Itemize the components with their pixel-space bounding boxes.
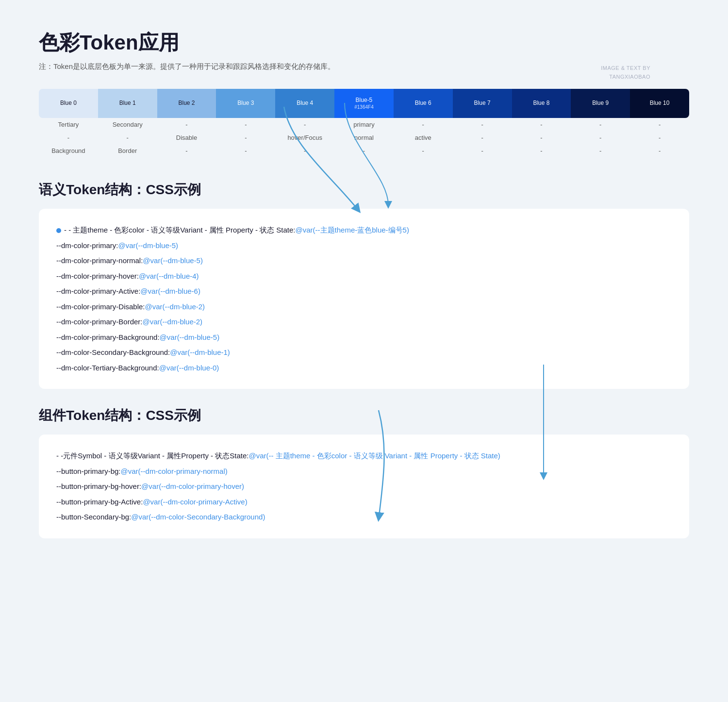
token-line: --dm-color-primary-normal:@var(--dm-blue… [56,253,672,268]
table-cell: hover/Focus [275,131,334,144]
token-line: --button-Secondary-bg:@var(--dm-color-Se… [56,509,672,525]
token-line: --dm-color-Secondary-Background:@var(--d… [56,345,672,360]
table-cell: Tertiary [39,118,98,131]
table-cell: - [630,118,689,131]
table-cell: - [394,118,453,131]
table-cell: - [275,118,334,131]
table-cell: Border [98,144,157,157]
table-cell: - [512,131,571,144]
table-cell: - [453,118,512,131]
component-token-section: 组件Token结构：CSS示例 - -元件Symbol - 语义等级Varian… [39,406,689,538]
blue-dot [56,228,61,233]
semantic-token-block: - - 主题theme - 色彩color - 语义等级Variant - 属性… [39,209,689,389]
color-swatch-blue1: Blue 1 [98,89,157,118]
token-line: --button-primary-bg-hover:@var(--dm-colo… [56,479,672,494]
table-cell: Background [39,144,98,157]
semantic-token-section: 语义Token结构：CSS示例 - - 主题theme - 色彩color - … [39,181,689,389]
color-swatch-blue8: Blue 8 [512,89,571,118]
table-cell: - [512,118,571,131]
component-section-title: 组件Token结构：CSS示例 [39,406,689,425]
page-subtitle: 注：Token是以底层色板为单一来源。提供了一种用于记录和跟踪风格选择和变化的存… [39,62,689,71]
semantic-section-title: 语义Token结构：CSS示例 [39,181,689,199]
token-line: --dm-color-primary-Disable:@var(--dm-blu… [56,299,672,315]
token-line: --button-primary-bg-Active:@var(--dm-col… [56,494,672,510]
token-table: TertiarySecondary---primary-------Disabl… [39,118,689,157]
table-row: TertiarySecondary---primary----- [39,118,689,131]
color-palette-section: Blue 0Blue 1Blue 2Blue 3Blue 4Blue-5#136… [39,89,689,157]
table-row: --Disable-hover/Focusnormalactive---- [39,131,689,144]
color-swatches: Blue 0Blue 1Blue 2Blue 3Blue 4Blue-5#136… [39,89,689,118]
color-swatch-blue10: Blue 10 [630,89,689,118]
table-cell: - [453,131,512,144]
table-cell: Disable [157,131,216,144]
color-swatch-blue3: Blue 3 [216,89,275,118]
token-line: --dm-color-primary-Active:@var(--dm-blue… [56,284,672,299]
table-cell: - [571,131,630,144]
table-cell: - [571,118,630,131]
color-swatch-blue7: Blue 7 [453,89,512,118]
table-cell: - [157,144,216,157]
table-cell: - [334,144,394,157]
table-cell: - [453,144,512,157]
table-cell: active [394,131,453,144]
color-swatch-blue9: Blue 9 [571,89,630,118]
table-row: BackgroundBorder--------- [39,144,689,157]
table-cell: - [275,144,334,157]
table-cell: - [394,144,453,157]
table-cell: - [98,131,157,144]
table-cell: Secondary [98,118,157,131]
table-cell: - [216,131,275,144]
table-cell: - [630,131,689,144]
table-cell: - [39,131,98,144]
table-cell: - [157,118,216,131]
token-line: --button-primary-bg:@var(--dm-color-prim… [56,464,672,479]
color-swatch-blue6: Blue 6 [394,89,453,118]
table-cell: - [571,144,630,157]
token-line: --dm-color-primary-hover:@var(--dm-blue-… [56,268,672,284]
token-line: --dm-color-primary-Background:@var(--dm-… [56,330,672,345]
table-cell: primary [334,118,394,131]
table-cell: - [216,144,275,157]
table-cell: - [630,144,689,157]
semantic-description: - - 主题theme - 色彩color - 语义等级Variant - 属性… [56,222,672,238]
token-line: --dm-color-primary-Border:@var(--dm-blue… [56,314,672,330]
color-swatch-blue5: Blue-5#1364F4 [334,89,394,118]
color-swatch-blue0: Blue 0 [39,89,98,118]
color-swatch-blue2: Blue 2 [157,89,216,118]
color-swatch-blue4: Blue 4 [275,89,334,118]
component-description: - -元件Symbol - 语义等级Variant - 属性Property -… [56,448,672,464]
token-line: --dm-color-primary:@var(--dm-blue-5) [56,238,672,253]
watermark: IMAGE & TEXT BY TANGXIAOBAO [601,64,650,81]
component-token-block: - -元件Symbol - 语义等级Variant - 属性Property -… [39,435,689,538]
token-line: --dm-color-Tertiary-Background:@var(--dm… [56,360,672,376]
table-cell: normal [334,131,394,144]
table-cell: - [512,144,571,157]
page-title: 色彩Token应用 [39,29,689,56]
table-cell: - [216,118,275,131]
